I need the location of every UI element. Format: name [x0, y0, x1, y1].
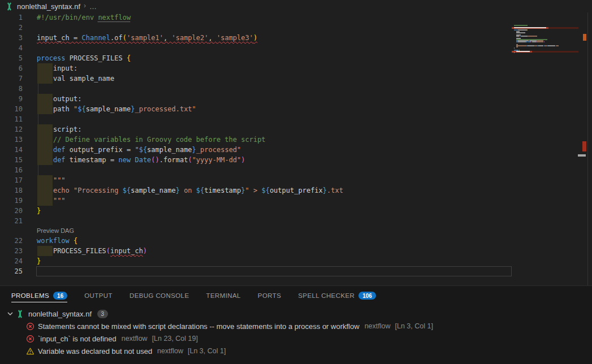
line-number: 13	[0, 135, 23, 145]
line-number: 14	[0, 145, 23, 155]
problem-message: Statements cannot be mixed with script d…	[38, 322, 360, 331]
minimap-code-bar	[518, 41, 526, 42]
tab-label: PROBLEMS	[11, 292, 49, 299]
breadcrumb-file[interactable]: nonlethal_syntax.nf	[17, 2, 80, 11]
line-number: 6	[0, 63, 23, 73]
code-line-text: def output_prefix = "${sample_name}_proc…	[37, 145, 241, 155]
line-number: 9	[0, 94, 23, 104]
cursor-mark	[578, 154, 586, 157]
code-line[interactable]: 1#!/usr/bin/env nextflow	[0, 12, 592, 23]
current-line-highlight	[36, 266, 512, 276]
problems-file-group[interactable]: nonlethal_syntax.nf 3	[0, 307, 592, 320]
line-number: 18	[0, 185, 23, 196]
breadcrumb-ellipsis[interactable]: …	[89, 2, 97, 11]
code-line[interactable]: 14 def output_prefix = "${sample_name}_p…	[0, 145, 592, 155]
code-line-text: input_ch = Channel.of('sample1', 'sample…	[37, 33, 257, 43]
code-line-text: // Define variables in Groovy code befor…	[37, 135, 266, 145]
tab-spell-checker[interactable]: SPELL CHECKER106	[298, 286, 376, 305]
minimap-code-bar	[544, 41, 545, 42]
tab-label: TERMINAL	[206, 292, 240, 299]
line-number: 12	[0, 124, 23, 135]
code-line[interactable]: 5process PROCESS_FILES {	[0, 53, 592, 63]
breadcrumb: nonlethal_syntax.nf › …	[0, 0, 592, 12]
tab-problems[interactable]: PROBLEMS16	[11, 286, 67, 305]
minimap-code-bar	[514, 27, 518, 28]
code-line[interactable]: 24}	[0, 256, 592, 266]
vscode-window: nonlethal_syntax.nf › … 1#!/usr/bin/env …	[0, 0, 592, 364]
chevron-down-icon[interactable]	[6, 309, 15, 318]
problem-row[interactable]: `input_ch` is not definednextflow[Ln 23,…	[0, 332, 592, 345]
error-mark-top	[583, 34, 586, 41]
code-line-text: path "${sample_name}_processed.txt"	[37, 104, 196, 114]
code-line[interactable]: 4	[0, 43, 592, 53]
code-line[interactable]: 7 val sample_name	[0, 73, 592, 84]
line-number: 23	[0, 246, 23, 256]
line-number: 16	[0, 165, 23, 175]
minimap-code-bar	[537, 41, 544, 42]
tab-label: OUTPUT	[84, 292, 113, 299]
tab-terminal[interactable]: TERMINAL	[206, 286, 240, 305]
code-line[interactable]: 20}	[0, 206, 592, 216]
tab-label: DEBUG CONSOLE	[129, 292, 189, 299]
code-line[interactable]: 12 script:	[0, 124, 592, 135]
breadcrumb-separator-icon: ›	[84, 2, 86, 10]
code-line-text: val sample_name	[37, 73, 114, 84]
nextflow-file-icon	[5, 2, 14, 11]
overview-ruler[interactable]	[578, 12, 588, 285]
problem-source: nextflow	[157, 347, 183, 355]
line-number: 2	[0, 23, 23, 33]
minimap[interactable]	[512, 12, 578, 285]
minimap-code-bar	[516, 51, 524, 52]
error-mark-bottom	[582, 141, 586, 151]
error-icon	[26, 322, 34, 331]
code-line[interactable]: 10 path "${sample_name}_processed.txt"	[0, 104, 592, 114]
code-line[interactable]: 6 input:	[0, 63, 592, 73]
problem-location: [Ln 3, Col 1]	[188, 347, 226, 355]
code-line[interactable]: 22workflow {	[0, 236, 592, 246]
line-number: 8	[0, 84, 23, 94]
code-line[interactable]: 15 def timestamp = new Date().format("yy…	[0, 155, 592, 165]
minimap-code-bar	[528, 45, 534, 46]
minimap-code-bar	[556, 45, 559, 46]
minimap-code-bar	[527, 27, 532, 28]
warning-icon	[26, 347, 34, 356]
line-number: 10	[0, 104, 23, 114]
code-line[interactable]: 9 output:	[0, 94, 592, 104]
code-line[interactable]: 13 // Define variables in Groovy code be…	[0, 135, 592, 145]
line-number: 21	[0, 216, 23, 226]
code-editor[interactable]: 1#!/usr/bin/env nextflow23input_ch = Cha…	[0, 12, 592, 285]
problem-row[interactable]: Variable was declared but not usednextfl…	[0, 345, 592, 357]
problem-source: nextflow	[122, 335, 148, 343]
problem-message: `input_ch` is not defined	[38, 335, 116, 343]
minimap-code-bar	[540, 27, 545, 28]
code-line[interactable]: 21	[0, 216, 592, 226]
code-line[interactable]: 16	[0, 165, 592, 175]
problem-row[interactable]: Statements cannot be mixed with script d…	[0, 320, 592, 332]
minimap-code-bar	[526, 41, 528, 42]
code-line[interactable]: 2	[0, 23, 592, 33]
code-line[interactable]: 11	[0, 114, 592, 124]
minimap-code-bar	[532, 41, 536, 42]
line-number: 1	[0, 12, 23, 23]
tab-ports[interactable]: PORTS	[258, 286, 281, 305]
code-line[interactable]: 3input_ch = Channel.of('sample1', 'sampl…	[0, 33, 592, 43]
line-number: 24	[0, 256, 23, 266]
code-line-text: """	[37, 175, 66, 185]
line-number: 3	[0, 33, 23, 43]
tab-label: PORTS	[258, 292, 281, 299]
code-line[interactable]: 23 PROCESS_FILES(input_ch)	[0, 246, 592, 256]
code-line[interactable]: 8	[0, 84, 592, 94]
code-line[interactable]: 18 echo "Processing ${sample_name} on ${…	[0, 185, 592, 196]
code-line-text: }	[37, 256, 41, 266]
line-number: 22	[0, 236, 23, 246]
tab-output[interactable]: OUTPUT	[84, 286, 113, 305]
code-line-text: script:	[37, 124, 81, 135]
code-line[interactable]: 17 """	[0, 175, 592, 185]
codelens-preview-dag[interactable]: Preview DAG	[37, 226, 74, 236]
line-number: 20	[0, 206, 23, 216]
indent-guide	[38, 165, 38, 175]
code-line[interactable]: 19 """	[0, 196, 592, 206]
tab-badge: 106	[358, 292, 376, 300]
tab-debug-console[interactable]: DEBUG CONSOLE	[129, 286, 189, 305]
problem-message: Variable was declared but not used	[38, 347, 152, 356]
